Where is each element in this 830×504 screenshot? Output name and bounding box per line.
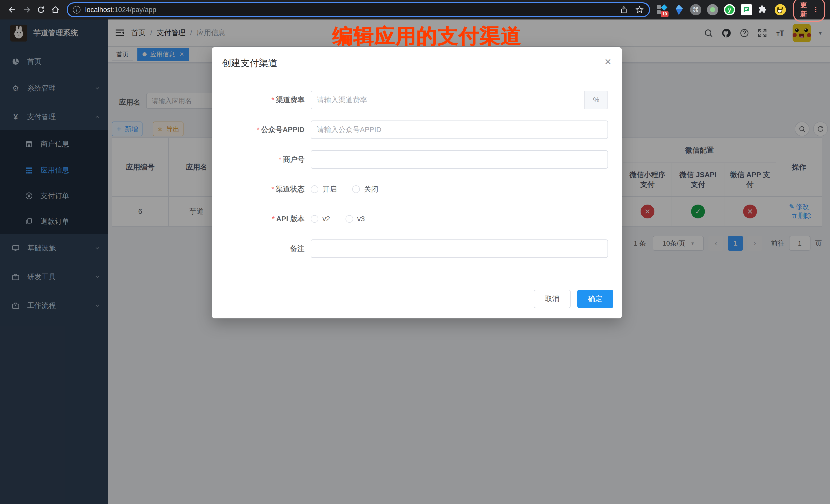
api-v3-radio[interactable]: v3 [346,215,365,223]
radio-icon [311,185,318,193]
radio-label: v3 [357,215,365,223]
required-mark: * [257,126,260,133]
confirm-label: 确定 [588,294,602,304]
form-row-remark: 备注 [212,240,622,258]
status-label: *渠道状态 [212,184,311,194]
extension-blocks-icon[interactable]: 10 [656,4,668,15]
form-row-status: *渠道状态 开启 关闭 [212,180,622,198]
cancel-label: 取消 [545,294,559,304]
browser-forward-icon[interactable] [20,3,34,17]
radio-label: 关闭 [364,184,378,194]
form-row-rate: *渠道费率 % [212,91,622,109]
browser-update-button[interactable]: 更新 ⋮ [793,0,825,22]
extension-chat-icon[interactable] [741,4,752,15]
confirm-button[interactable]: 确定 [577,290,613,308]
rate-label: *渠道费率 [212,95,311,105]
browser-back-icon[interactable] [5,3,20,17]
merchant-input[interactable] [311,150,608,169]
form-row-api: *API 版本 v2 v3 [212,210,622,228]
profile-avatar-icon[interactable] [775,4,786,15]
url-text[interactable]: localhost:1024/pay/app [85,6,613,14]
extension-kite-icon[interactable] [673,4,684,15]
radio-icon [352,185,360,193]
api-v2-radio[interactable]: v2 [311,215,330,223]
url-path: :1024/pay/app [113,6,156,13]
extension-recorder-icon[interactable] [707,4,718,15]
browser-menu-icon[interactable]: ⋮ [812,6,819,13]
dialog-title: 创建支付渠道 [222,57,277,69]
extensions-row: 10 ⌘ y [656,4,786,15]
radio-label: v2 [322,215,330,223]
required-mark: * [272,185,274,193]
form-row-appid: *公众号APPID [212,121,622,139]
app-shell: 芋道管理系统 首页 ⚙ 系统管理 ¥ 支付管理 [0,20,830,504]
radio-icon [311,215,318,223]
site-info-icon[interactable]: i [73,6,81,13]
rate-input[interactable] [311,91,584,109]
extension-command-icon[interactable]: ⌘ [690,4,701,15]
remark-label: 备注 [212,244,311,254]
required-mark: * [272,215,275,223]
bookmark-star-icon[interactable] [635,5,644,14]
create-channel-dialog: 创建支付渠道 ✕ *渠道费率 % *公众号APPID *商户号 [212,47,622,318]
browser-reload-icon[interactable] [34,3,48,17]
update-label: 更新 [800,0,807,19]
status-open-radio[interactable]: 开启 [311,184,337,194]
form-row-merchant: *商户号 [212,150,622,169]
percent-suffix: % [584,91,607,109]
extension-puzzle-icon[interactable] [758,4,769,15]
browser-home-icon[interactable] [48,3,63,17]
close-icon[interactable]: ✕ [604,57,612,66]
annotation-text: 编辑应用的支付渠道 [332,23,521,50]
dialog-footer: 取消 确定 [534,290,613,308]
required-mark: * [272,96,274,104]
api-label: *API 版本 [212,214,311,224]
appid-input[interactable] [311,121,608,139]
required-mark: * [279,155,282,163]
cancel-button[interactable]: 取消 [534,290,571,308]
url-host: localhost [85,6,113,13]
browser-chrome: i localhost:1024/pay/app 10 ⌘ y [0,0,830,20]
status-closed-radio[interactable]: 关闭 [352,184,378,194]
merchant-label: *商户号 [212,155,311,164]
appid-label: *公众号APPID [212,125,311,134]
rate-input-group: % [311,91,608,109]
radio-icon [346,215,353,223]
remark-input[interactable] [311,240,608,258]
radio-label: 开启 [322,184,337,194]
extension-badge: 10 [661,11,669,17]
extension-y-icon[interactable]: y [724,4,735,15]
page: i localhost:1024/pay/app 10 ⌘ y [0,0,830,504]
share-icon[interactable] [620,6,628,14]
url-bar[interactable]: i localhost:1024/pay/app [67,2,650,17]
